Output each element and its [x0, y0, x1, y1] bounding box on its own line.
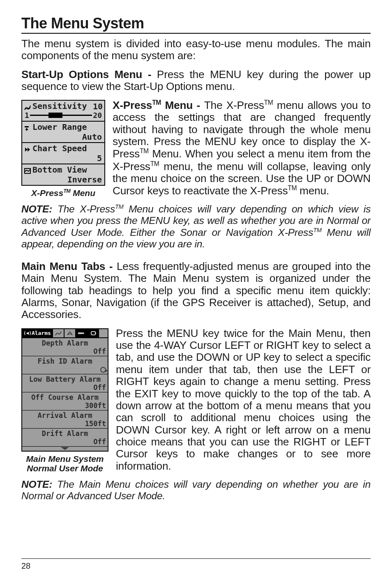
- tab-setup-icon: [76, 329, 88, 337]
- sensitivity-slider: 1 20: [24, 111, 103, 120]
- drift-alarm-row: Drift Alarm Off: [22, 429, 108, 447]
- arrival-alarm-row: Arrival Alarm 150ft: [22, 410, 108, 429]
- lower-range-row: Lower Range Auto: [22, 122, 104, 143]
- tab-nav-icon: [65, 329, 76, 337]
- mainmenu-note: NOTE: The Main Menu choices will vary de…: [21, 479, 371, 502]
- low-battery-alarm-row: Low Battery Alarm Off: [22, 374, 108, 392]
- lower-range-value: Auto: [24, 132, 103, 142]
- tab-sonar-icon: [53, 329, 65, 337]
- bottom-view-row: Bottom View Inverse: [22, 164, 104, 185]
- svg-rect-0: [25, 126, 29, 127]
- sensitivity-value: 10: [93, 101, 103, 111]
- mainmenu-tabs: (◀)Alarms: [22, 329, 108, 338]
- slider-max: 20: [93, 111, 102, 120]
- xpress-note: NOTE: The X-PressTM Menu choices will va…: [21, 203, 371, 250]
- startup-label: Start-Up Options Menu -: [21, 68, 151, 81]
- sensitivity-label: Sensitivity: [32, 101, 87, 111]
- chart-speed-label: Chart Speed: [32, 143, 87, 153]
- chart-speed-row: Chart Speed 5: [22, 143, 104, 164]
- tab-accessories-icon: [88, 329, 99, 337]
- mainmenu-figure-caption: Main Menu System Normal User Mode: [21, 454, 108, 473]
- chart-speed-value: 5: [24, 153, 103, 163]
- page-footer: 28: [21, 558, 371, 571]
- svg-rect-5: [95, 332, 96, 334]
- off-course-alarm-row: Off Course Alarm 300ft: [22, 392, 108, 410]
- svg-rect-2: [78, 332, 83, 334]
- mainmenu-figure: (◀)Alarms Depth Alarm: [21, 328, 108, 473]
- xpress-figure: Sensitivity 10 1 20 Lower Ran: [21, 100, 105, 198]
- xpress-menu-box: Sensitivity 10 1 20 Lower Ran: [21, 100, 105, 186]
- scroll-down-arrow-icon: [22, 447, 108, 451]
- page-title: The Menu System: [21, 15, 371, 34]
- startup-paragraph: Start-Up Options Menu - Press the MENU k…: [21, 69, 371, 93]
- mainmenu-intro-paragraph: Main Menu Tabs - Less frequently-adjuste…: [21, 261, 371, 321]
- depth-alarm-row: Depth Alarm Off: [22, 338, 108, 356]
- bottom-view-label: Bottom View: [32, 165, 87, 175]
- xpress-figure-caption: X-PressTM Menu: [21, 188, 105, 198]
- chart-speed-icon: [24, 145, 31, 152]
- slider-min: 1: [25, 111, 29, 120]
- sensitivity-row: Sensitivity 10 1 20: [22, 101, 104, 122]
- intro-paragraph: The menu system is divided into easy-to-…: [21, 38, 371, 62]
- svg-point-3: [83, 332, 84, 334]
- bottom-view-icon: [24, 166, 31, 173]
- svg-rect-4: [91, 332, 95, 335]
- tab-alarms: (◀)Alarms: [22, 329, 53, 337]
- mainmenu-box: (◀)Alarms Depth Alarm: [21, 328, 108, 452]
- bottom-view-value: Inverse: [24, 175, 103, 184]
- fish-id-alarm-row: Fish ID Alarm: [22, 356, 108, 374]
- sensitivity-icon: [24, 103, 31, 109]
- fish-icon: [100, 367, 106, 373]
- lower-range-icon: [24, 124, 31, 130]
- lower-range-label: Lower Range: [32, 122, 87, 132]
- page-number: 28: [21, 561, 30, 570]
